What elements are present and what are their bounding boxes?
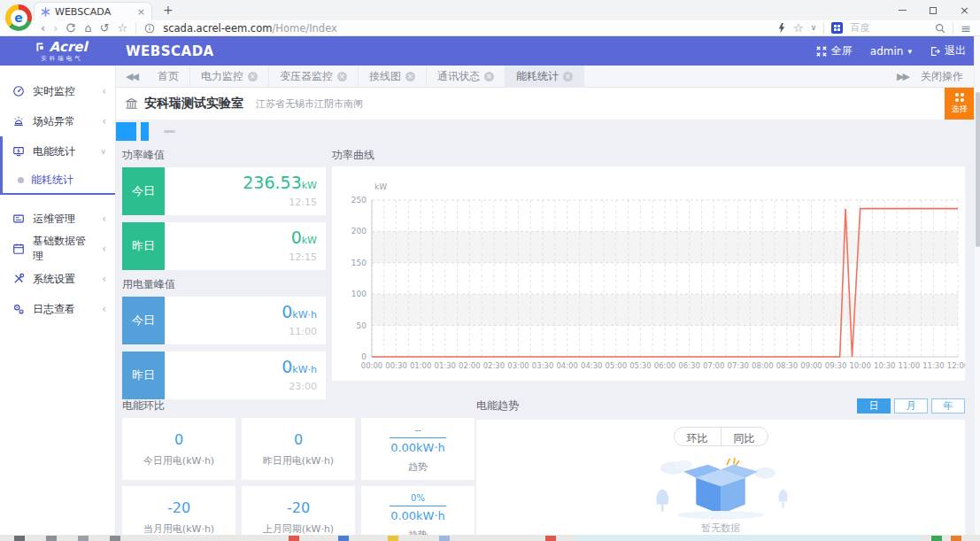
window-minimize-button[interactable] (899, 10, 907, 11)
site-selector-block[interactable] (141, 122, 149, 141)
period-day-button[interactable]: 日 (857, 398, 891, 413)
window-close-button[interactable]: × (960, 4, 969, 16)
tab-close-icon[interactable]: × (484, 72, 494, 81)
url-text[interactable]: scada.acrel-eem.com/Home/Index (163, 22, 337, 35)
mom-card-day-trend: -- 0.00kW·h 趋势 (361, 418, 475, 480)
site-selector-block[interactable] (116, 122, 136, 141)
browser-tab[interactable]: WEBSCADA × (34, 2, 152, 20)
sidebar-item-label: 基础数据管理 (33, 234, 94, 264)
sidebar-item-log-view[interactable]: 日志查看 ‹ (0, 294, 115, 324)
page-tab-home[interactable]: 首页 (147, 66, 190, 88)
svg-text:00:30: 00:30 (385, 361, 407, 370)
sidebar-item-base-data[interactable]: 基础数据管理 ‹ (0, 234, 115, 264)
tab-close-icon[interactable]: × (137, 6, 145, 18)
svg-text:08:00: 08:00 (752, 361, 774, 370)
sidebar-subitem-energy-consumption[interactable]: 能耗统计 (3, 166, 115, 193)
taskbar-item[interactable] (439, 536, 450, 541)
window-maximize-button[interactable] (930, 7, 937, 14)
page-tab-wiring-diagram[interactable]: 接线图× (359, 66, 427, 88)
logout-button[interactable]: 退出 (930, 43, 966, 58)
sidebar-item-realtime-monitor[interactable]: 实时监控 ‹ (0, 76, 115, 106)
close-operations-button[interactable]: 关闭操作 (921, 69, 963, 84)
page-tab-energy-consumption[interactable]: 能耗统计× (505, 66, 584, 88)
taskbar-item[interactable] (338, 536, 349, 541)
taskbar-item[interactable] (46, 536, 57, 541)
tab-close-icon[interactable]: × (563, 72, 573, 81)
page-tab-transformer-monitor[interactable]: 变压器监控× (269, 66, 359, 88)
url-path: /Home/Index (272, 22, 336, 35)
svg-text:05:30: 05:30 (629, 361, 652, 370)
user-name: admin (870, 45, 904, 58)
sidebar-item-energy-statistics[interactable]: 电能统计 ∨ (3, 136, 115, 166)
tab-close-icon[interactable]: × (337, 72, 347, 81)
mom-label: 当月用电(kW·h) (143, 522, 214, 536)
svg-text:06:30: 06:30 (678, 361, 700, 370)
mom-value: 0 (174, 431, 183, 448)
svg-text:100: 100 (351, 290, 367, 298)
search-engine-placeholder[interactable]: 百度 (850, 21, 869, 35)
reload-icon[interactable] (66, 23, 76, 34)
divider (135, 23, 136, 34)
sidebar-item-station-alarm[interactable]: 场站异常 ‹ (0, 106, 115, 136)
selector-dash (164, 130, 175, 133)
alarm-icon (12, 115, 25, 128)
tab-close-icon[interactable]: × (405, 72, 415, 81)
power-peak-yesterday-card: 昨日 0kW 12:15 (122, 222, 326, 270)
page-scrollbar[interactable] (974, 36, 980, 535)
chevron-left-icon: ‹ (102, 213, 106, 225)
taskbar-item[interactable] (951, 536, 961, 541)
chevron-down-icon[interactable]: ∨ (811, 24, 817, 32)
bookmark-star-icon[interactable]: ☆ (118, 22, 128, 34)
taskbar-item[interactable] (110, 536, 120, 541)
compare-toggle: 环比 同比 (674, 427, 768, 446)
home-icon[interactable]: ⌂ (84, 22, 91, 34)
tab-close-icon[interactable]: × (248, 72, 258, 81)
baidu-logo-icon (831, 22, 843, 34)
taskbar-item[interactable] (14, 536, 25, 541)
period-year-button[interactable]: 年 (931, 398, 965, 413)
taskbar-item[interactable] (388, 536, 398, 541)
page-tab-comm-status[interactable]: 通讯状态× (427, 66, 505, 88)
taskbar-item[interactable] (289, 536, 299, 541)
page-info-icon[interactable] (144, 23, 155, 34)
browser-logo-icon: e (5, 4, 32, 31)
svg-text:02:30: 02:30 (483, 361, 505, 370)
browser-tabs-row: e WEBSCADA × + × (0, 0, 980, 20)
svg-text:01:00: 01:00 (410, 361, 432, 370)
taskbar-item[interactable] (78, 536, 89, 541)
sidebar-item-system-settings[interactable]: 系统设置 ‹ (0, 264, 115, 294)
calendar-icon (12, 243, 25, 255)
dashboard-content: 功率峰值 今日 236.53kW 12:15 昨日 0kW 12:15 用电量峰… (116, 143, 974, 535)
scroll-tabs-left-icon[interactable]: ◀◀ (116, 71, 147, 82)
scrollbar-thumb[interactable] (976, 92, 980, 247)
search-icon[interactable] (935, 23, 945, 34)
new-tab-button[interactable]: + (163, 3, 174, 17)
yoy-compare-button[interactable]: 同比 (721, 428, 768, 445)
building-icon (125, 97, 138, 110)
period-month-button[interactable]: 月 (894, 398, 928, 413)
mom-compare-button[interactable]: 环比 (675, 428, 721, 445)
forward-icon[interactable]: › (53, 22, 58, 34)
peak-time: 12:15 (165, 251, 317, 263)
divider (953, 23, 953, 34)
page-tab-power-monitor[interactable]: 电力监控× (190, 66, 269, 88)
menu-hamburger-icon[interactable]: ≡ (961, 22, 971, 35)
svg-text:09:30: 09:30 (825, 361, 847, 370)
site-select-button[interactable]: 选择 (945, 88, 974, 120)
favorite-star-icon[interactable]: ☆ (793, 22, 804, 34)
flash-plugin-icon[interactable] (777, 23, 786, 34)
taskbar-item[interactable] (931, 536, 942, 541)
divider (823, 23, 824, 34)
back-icon[interactable]: ‹ (41, 22, 45, 34)
fullscreen-button[interactable]: 全屏 (816, 43, 853, 58)
peaks-column: 功率峰值 今日 236.53kW 12:15 昨日 0kW 12:15 用电量峰… (122, 147, 326, 399)
taskbar-item[interactable] (545, 536, 556, 541)
sidebar-item-operations[interactable]: 运维管理 ‹ (0, 204, 115, 234)
address-bar: ‹ › ⌂ ↺ ☆ scada.acrel-eem.com/Home/Index… (0, 20, 980, 36)
empty-box-illustration (619, 450, 822, 520)
site-bar: 安科瑞测试实验室 江苏省无锡市江阴市南闸 选择 (116, 88, 974, 120)
power-curve-chart[interactable]: 050100150200250kW00:0000:3001:0001:3002:… (332, 166, 965, 381)
scroll-tabs-right-icon[interactable]: ▶▶ (897, 71, 908, 82)
user-menu[interactable]: admin ▾ (870, 45, 912, 58)
history-icon[interactable]: ↺ (100, 22, 110, 34)
